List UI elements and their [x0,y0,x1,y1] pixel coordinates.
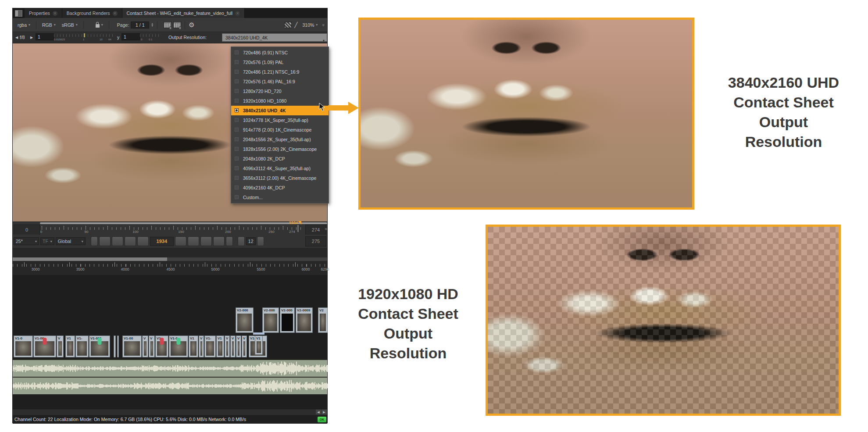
range-out-field[interactable]: 274 [305,225,326,235]
timeline-clip[interactable]: V [225,336,230,357]
timeline-clip[interactable]: V2 [318,307,328,333]
scroll-right-icon[interactable]: ▶ [321,410,327,414]
slash-icon[interactable]: ╱ [294,22,297,28]
timeline-clip[interactable]: V [142,336,148,357]
timeline-clip[interactable]: V1 [65,336,75,357]
resolution-option[interactable]: 3656x3112 (2.00) 4K_Cinemascope [231,173,329,183]
pane-layout-icon[interactable] [15,10,22,17]
last-frame-field[interactable]: 275 [305,236,326,246]
resolution-option[interactable]: 914x778 (2.00) 1K_Cinemascope [231,125,329,135]
range-in-field[interactable]: 0 [14,225,40,235]
timeline-clip[interactable]: V2-000 [280,307,295,333]
exposure-next-icon[interactable]: ▶ [30,36,33,39]
range-mode-dropdown[interactable]: Global ▾ [56,237,86,245]
timeline-clip[interactable]: V [242,336,247,357]
close-icon[interactable]: × [113,11,118,16]
contact-sheet-cols-icon[interactable] [173,21,181,28]
timeline-clip[interactable]: V [230,336,236,357]
timeline-clip[interactable]: V [236,336,241,357]
timeline-clip[interactable]: V [199,336,204,357]
fps-dropdown[interactable]: 25* ▾ [14,237,39,245]
timeline-hscroll-track[interactable] [13,257,327,261]
resolution-option[interactable]: 1280x720 HD_720 [231,86,329,96]
resolution-option[interactable]: 720x576 (1.09) PAL [231,57,329,67]
next-keyframe-button[interactable] [200,236,212,246]
goto-end-button[interactable] [213,236,225,246]
collapse-chevrons-icon[interactable]: ›› [324,228,329,230]
timeline-clip[interactable]: V1 [155,336,168,357]
resolution-option[interactable]: 720x486 (0.91) NTSC [231,48,329,57]
frame-skip-field[interactable]: 12 [246,237,256,245]
step-forward-button[interactable] [188,236,199,246]
timeline-clip[interactable]: V1- [204,336,216,357]
tf-dropdown[interactable]: TF ▾ [40,237,54,245]
in-out-button[interactable] [91,236,98,246]
step-back-button[interactable] [125,236,136,246]
exposure-prev-icon[interactable]: ◀ [15,36,18,39]
timeline-clip[interactable]: V1 [189,336,198,357]
layer-dropdown[interactable]: RGB ▾ [40,21,58,29]
timeline-clip[interactable]: V1-00 [33,336,56,357]
prev-keyframe-button[interactable] [112,236,123,246]
timeline-clip[interactable]: V1 [255,336,263,355]
wipe-icon[interactable] [284,22,292,28]
resolution-option[interactable]: Custom... [231,193,329,202]
colorspace-dropdown[interactable]: sRGB ▾ [60,21,80,29]
resolution-option-selected[interactable]: 3840x2160 UHD_4K [231,106,329,115]
timeline-clip[interactable]: V1 [216,336,224,357]
zoom-dropdown[interactable]: 310% ▾ [300,21,320,29]
gear-icon[interactable]: ⚙ [189,21,194,29]
page-value-field[interactable]: 1 / 1 [131,21,149,29]
fast-forward-button[interactable] [257,236,264,246]
close-icon[interactable]: × [235,11,240,16]
timeline-clip[interactable]: V1-00 [122,336,142,357]
timeline-ruler-ticks[interactable] [13,262,328,267]
lock-dropdown[interactable]: ▾ [93,21,105,29]
channels-dropdown[interactable]: rgba ▾ [15,21,32,29]
timeline-clip[interactable]: V1- [75,336,89,357]
viewer-hscrollbar[interactable] [40,222,327,224]
goto-start-button[interactable] [99,236,111,246]
current-frame-field[interactable]: 1934 [150,237,174,246]
timeline-clip[interactable]: V2-000 [236,307,254,333]
gamma-slider[interactable]: 0 0.1 [140,33,159,40]
timeline-clip[interactable]: V1-0 [14,336,33,357]
resolution-option[interactable]: 1024x778 1K_Super_35(full-ap) [231,115,329,125]
zero-button[interactable] [226,236,233,246]
resolution-option[interactable]: 4096x2160 4K_DCP [231,183,329,193]
timeline-clip[interactable]: V2-000 [262,307,279,333]
timeline-clip[interactable]: V1-001 [89,336,110,357]
scroll-left-icon[interactable]: ◀ [316,410,321,414]
resolution-option[interactable]: 1828x1556 (2.00) 2K_Cinemascope [231,144,329,154]
output-resolution-dropdown[interactable]: 3840x2160 UHD_4K ▾ [222,33,327,42]
timeline-clip[interactable] [117,336,119,357]
resolution-option[interactable]: 2048x1556 2K_Super_35(full-ap) [231,135,329,144]
resolution-option[interactable]: 720x486 (1.21) NTSC_16:9 [231,67,329,77]
timeline-clip[interactable]: V1-0 [169,336,188,357]
resolution-option[interactable]: 1920x1080 HD_1080 [231,96,329,106]
resolution-option[interactable]: 4096x3112 4K_Super_35(full-ap) [231,164,329,173]
timeline-clip[interactable]: V2-0009 [296,307,313,333]
close-icon[interactable]: × [53,11,57,16]
page-stepper[interactable]: ▲▼ [151,23,154,27]
frame-ruler-ticks[interactable] [42,226,303,230]
tab-background-renders[interactable]: Background Renders × [62,8,122,18]
play-button[interactable] [175,236,186,246]
audio-track-a2[interactable] [13,377,327,394]
timeline-clip[interactable] [114,336,116,357]
playhead-line[interactable] [298,225,298,232]
audio-track-a1[interactable] [13,360,327,377]
resolution-option[interactable]: 720x576 (1.46) PAL_16:9 [231,77,329,86]
tab-contact-sheet[interactable]: Contact Sheet - WHG_edit_nuke_feature_vi… [122,8,245,18]
gain-input[interactable]: 1 [36,33,54,40]
resolution-option[interactable]: 2048x1080 2K_DCP [231,154,329,164]
timeline-hscrollbar[interactable] [13,257,167,261]
bottom-hscroll[interactable]: ◀ ▶ [13,409,327,415]
timeline-clip[interactable]: V [149,336,155,357]
gamma-input[interactable]: 1 [121,33,140,40]
timeline-clip[interactable]: V [57,336,64,357]
tab-properties[interactable]: Properties × [25,8,62,18]
collapse-chevrons-icon[interactable]: ›› [321,24,326,26]
rewind-button[interactable] [238,236,245,246]
contact-sheet-rows-icon[interactable] [164,21,171,28]
